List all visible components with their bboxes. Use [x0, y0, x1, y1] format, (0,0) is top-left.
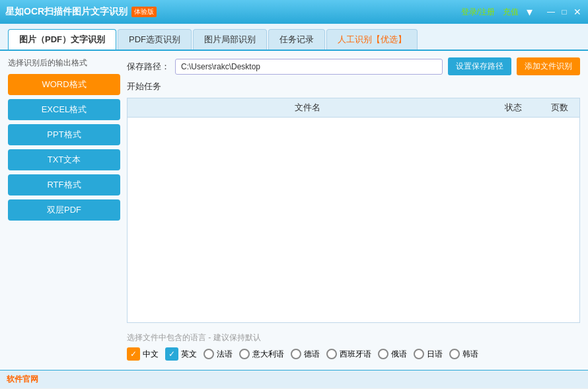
lang-item-zh[interactable]: ✓ 中文	[127, 347, 159, 361]
app-title: 星如OCR扫描件图片文字识别	[5, 6, 128, 18]
lang-radio-de	[291, 349, 301, 359]
lang-radio-es	[326, 349, 337, 359]
main-area: 选择识别后的输出格式 WORD格式 EXCEL格式 PPT格式 TXT文本 RT…	[0, 51, 588, 370]
path-label: 保存路径：	[127, 61, 170, 73]
login-link[interactable]: 登录/注册	[461, 7, 495, 18]
language-section: 选择文件中包含的语言 - 建议保持默认 ✓ 中文 ✓ 英文 法语	[127, 328, 580, 363]
right-panel: 保存路径： 设置保存路径 添加文件识别 开始任务 文件名 状态 页数 选择文件中…	[127, 57, 580, 363]
tab-manual[interactable]: 人工识别【优选】	[326, 29, 418, 50]
format-txt-button[interactable]: TXT文本	[8, 149, 120, 170]
tab-local-area[interactable]: 图片局部识别	[193, 29, 267, 50]
lang-item-de[interactable]: 德语	[291, 349, 320, 360]
left-panel: 选择识别后的输出格式 WORD格式 EXCEL格式 PPT格式 TXT文本 RT…	[8, 57, 120, 363]
format-excel-button[interactable]: EXCEL格式	[8, 99, 120, 120]
lang-item-ko[interactable]: 韩语	[449, 349, 478, 360]
official-site-link[interactable]: 软件官网	[7, 374, 38, 385]
col-status-header: 状态	[487, 102, 540, 114]
lang-item-fr[interactable]: 法语	[203, 349, 233, 360]
format-ppt-button[interactable]: PPT格式	[8, 124, 120, 145]
path-row: 保存路径： 设置保存路径 添加文件识别	[127, 57, 580, 75]
lang-radio-fr	[203, 349, 214, 359]
tab-img-pdf[interactable]: 图片（PDF）文字识别	[8, 29, 116, 50]
lang-options: ✓ 中文 ✓ 英文 法语 意大利语	[127, 347, 580, 361]
title-bar-right: 登录/注册 充值 ▾ — □ ✕	[461, 5, 583, 19]
lang-item-it[interactable]: 意大利语	[239, 349, 284, 360]
app-badge: 体验版	[131, 7, 157, 17]
lang-item-ja[interactable]: 日语	[414, 349, 443, 360]
col-filename-header: 文件名	[128, 102, 487, 114]
lang-hint: 选择文件中包含的语言 - 建议保持默认	[127, 332, 580, 343]
lang-label-de: 德语	[304, 349, 320, 360]
lang-check-zh: ✓	[127, 347, 140, 361]
lang-item-en[interactable]: ✓ 英文	[165, 347, 197, 361]
lang-check-en: ✓	[165, 347, 178, 361]
tab-task-log[interactable]: 任务记录	[268, 29, 325, 50]
lang-label-en: 英文	[181, 349, 197, 360]
set-path-button[interactable]: 设置保存路径	[448, 57, 511, 75]
lang-radio-ru	[378, 349, 388, 359]
table-header: 文件名 状态 页数	[128, 98, 579, 118]
charge-link[interactable]: 充值	[503, 7, 519, 18]
title-bar-left: 星如OCR扫描件图片文字识别 体验版	[5, 6, 461, 18]
lang-item-es[interactable]: 西班牙语	[326, 349, 371, 360]
file-table: 文件名 状态 页数	[127, 98, 580, 323]
maximize-button[interactable]: □	[559, 7, 570, 17]
close-button[interactable]: ✕	[572, 7, 583, 17]
lang-label-fr: 法语	[217, 349, 233, 360]
lang-label-ko: 韩语	[462, 349, 478, 360]
tab-pdf-page[interactable]: PDF选页识别	[118, 29, 192, 50]
lang-item-ru[interactable]: 俄语	[378, 349, 407, 360]
lang-hint-sub: - 建议保持默认	[208, 333, 260, 342]
lang-label-ja: 日语	[427, 349, 443, 360]
col-pages-header: 页数	[540, 102, 579, 114]
lang-label-it: 意大利语	[252, 349, 284, 360]
title-bar: 星如OCR扫描件图片文字识别 体验版 登录/注册 充值 ▾ — □ ✕	[0, 0, 588, 24]
lang-radio-ko	[449, 349, 460, 359]
minimize-button[interactable]: —	[546, 7, 556, 17]
format-word-button[interactable]: WORD格式	[8, 74, 120, 95]
task-label: 开始任务	[127, 81, 580, 92]
window-controls: — □ ✕	[546, 7, 583, 17]
nav-icon: ▾	[527, 5, 533, 19]
lang-label-es: 西班牙语	[340, 349, 371, 360]
path-input[interactable]	[175, 59, 443, 75]
format-section-label: 选择识别后的输出格式	[8, 57, 120, 69]
lang-hint-label: 选择文件中包含的语言	[127, 333, 206, 342]
lang-label-zh: 中文	[143, 349, 159, 360]
status-bar: 软件官网	[0, 370, 588, 388]
format-rtf-button[interactable]: RTF格式	[8, 174, 120, 195]
format-dualpdf-button[interactable]: 双层PDF	[8, 199, 120, 221]
tab-bar: 图片（PDF）文字识别 PDF选页识别 图片局部识别 任务记录 人工识别【优选】	[0, 24, 588, 51]
table-body	[128, 118, 579, 322]
lang-radio-ja	[414, 349, 424, 359]
lang-radio-it	[239, 349, 250, 359]
lang-label-ru: 俄语	[391, 349, 407, 360]
add-file-button[interactable]: 添加文件识别	[517, 57, 580, 75]
